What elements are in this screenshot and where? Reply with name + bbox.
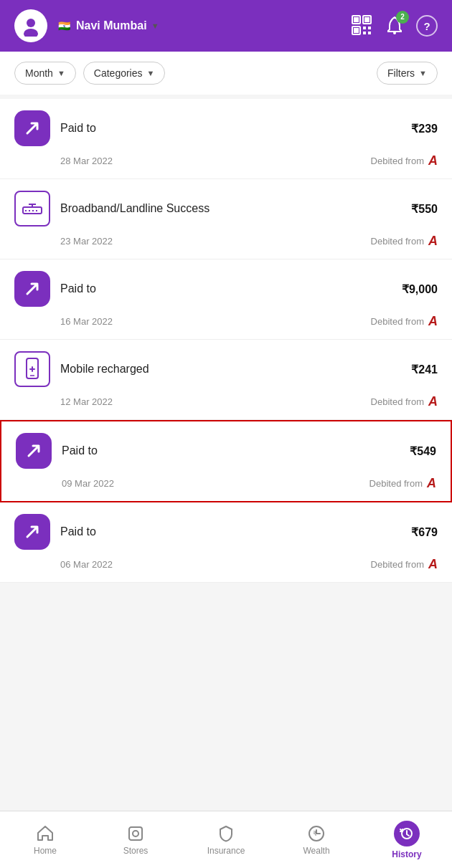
nav-item-history[interactable]: History: [362, 815, 452, 865]
svg-point-0: [27, 19, 35, 27]
chevron-down-icon: ▼: [151, 22, 159, 30]
transaction-date: 23 Mar 2022: [60, 236, 113, 247]
transaction-item[interactable]: Broadband/Landline Success ₹550 23 Mar 2…: [0, 179, 452, 259]
transaction-top: Paid to ₹549: [16, 433, 436, 469]
month-label: Month: [25, 67, 53, 79]
mobile-icon: [14, 351, 50, 387]
axis-logo: A: [428, 557, 438, 572]
transaction-date: 28 Mar 2022: [60, 156, 113, 166]
debit-info: Debited from A: [369, 476, 436, 491]
svg-rect-24: [129, 827, 142, 840]
debit-label: Debited from: [371, 316, 424, 327]
svg-rect-9: [368, 27, 371, 29]
categories-chevron-icon: ▼: [147, 69, 155, 77]
filters-chevron-icon: ▼: [419, 69, 427, 77]
nav-home-label: Home: [34, 846, 57, 856]
transaction-item-highlighted[interactable]: Paid to ₹549 09 Mar 2022 Debited from A: [0, 420, 452, 502]
transaction-bottom: 09 Mar 2022 Debited from A: [16, 476, 436, 491]
transaction-bottom: 06 Mar 2022 Debited from A: [14, 557, 438, 572]
transaction-top: Broadband/Landline Success ₹550: [14, 191, 438, 226]
nav-item-stores[interactable]: Stores: [90, 819, 181, 862]
transaction-item[interactable]: Paid to ₹679 06 Mar 2022 Debited from A: [0, 502, 452, 583]
qr-button[interactable]: [350, 14, 373, 39]
debit-label: Debited from: [371, 559, 424, 570]
month-filter[interactable]: Month ▼: [14, 62, 76, 85]
nav-item-insurance[interactable]: Insurance: [181, 819, 271, 862]
debit-info: Debited from A: [371, 153, 438, 168]
svg-rect-7: [354, 28, 359, 33]
transaction-date: 12 Mar 2022: [60, 396, 113, 407]
header-right: 2 ?: [350, 14, 438, 39]
nav-stores-label: Stores: [123, 846, 149, 856]
transaction-bottom: 16 Mar 2022 Debited from A: [14, 314, 438, 329]
axis-logo: A: [428, 153, 438, 168]
transaction-item[interactable]: Paid to ₹239 28 Mar 2022 Debited from A: [0, 99, 452, 179]
location-label: Navi Mumbai: [76, 19, 147, 32]
debit-label: Debited from: [369, 478, 423, 489]
month-chevron-icon: ▼: [57, 69, 65, 77]
transaction-bottom: 12 Mar 2022 Debited from A: [14, 394, 438, 409]
svg-rect-10: [363, 32, 366, 34]
bottom-nav: Home Stores Insurance ₹ Wealth: [0, 811, 452, 868]
transaction-date: 06 Mar 2022: [60, 559, 113, 570]
axis-logo: A: [428, 394, 438, 409]
axis-logo: A: [428, 234, 438, 249]
notification-button[interactable]: 2: [385, 15, 405, 37]
debit-label: Debited from: [371, 236, 424, 247]
nav-wealth-label: Wealth: [303, 846, 329, 856]
transaction-top: Paid to ₹679: [14, 514, 438, 550]
header-left: 🇮🇳 Navi Mumbai ▼: [14, 9, 159, 42]
transaction-title: Paid to: [60, 122, 401, 135]
nav-insurance-label: Insurance: [207, 846, 245, 856]
svg-rect-11: [368, 32, 371, 34]
filters-button[interactable]: Filters ▼: [377, 62, 438, 85]
axis-logo: A: [427, 476, 436, 491]
transaction-title: Paid to: [60, 525, 401, 538]
transaction-top: Paid to ₹9,000: [14, 271, 438, 307]
transaction-title: Paid to: [60, 282, 392, 295]
help-button[interactable]: ?: [416, 15, 438, 37]
transaction-bottom: 28 Mar 2022 Debited from A: [14, 153, 438, 168]
debit-info: Debited from A: [371, 314, 438, 329]
transaction-bottom: 23 Mar 2022 Debited from A: [14, 234, 438, 249]
transaction-list: Paid to ₹239 28 Mar 2022 Debited from A: [0, 99, 452, 583]
svg-point-1: [24, 29, 38, 37]
debit-info: Debited from A: [371, 394, 438, 409]
transaction-amount: ₹679: [411, 525, 438, 539]
svg-point-25: [133, 831, 138, 836]
svg-rect-3: [354, 17, 359, 22]
categories-filter[interactable]: Categories ▼: [83, 62, 166, 85]
transaction-title: Paid to: [62, 444, 400, 457]
transaction-top: Paid to ₹239: [14, 110, 438, 146]
help-icon: ?: [416, 15, 438, 37]
transaction-top: Mobile recharged ₹241: [14, 351, 438, 387]
upi-icon: [14, 110, 50, 146]
history-icon-circle: [394, 821, 420, 846]
notification-badge: 2: [396, 11, 409, 24]
svg-text:₹: ₹: [313, 830, 317, 837]
transaction-amount: ₹9,000: [402, 282, 438, 296]
svg-point-12: [393, 32, 396, 34]
nav-history-label: History: [392, 849, 421, 859]
filter-bar: Month ▼ Categories ▼ Filters ▼: [0, 52, 452, 95]
transaction-item[interactable]: Mobile recharged ₹241 12 Mar 2022 Debite…: [0, 340, 452, 420]
axis-logo: A: [428, 314, 438, 329]
transaction-amount: ₹241: [411, 363, 438, 376]
upi-icon: [16, 433, 52, 469]
app-header: 🇮🇳 Navi Mumbai ▼ 2: [0, 0, 452, 52]
transaction-date: 16 Mar 2022: [60, 316, 113, 327]
nav-item-home[interactable]: Home: [0, 819, 90, 862]
transaction-title: Mobile recharged: [60, 363, 401, 376]
upi-icon: [14, 514, 50, 550]
nav-item-wealth[interactable]: ₹ Wealth: [271, 819, 362, 862]
avatar[interactable]: [14, 9, 47, 42]
upi-icon: [14, 271, 50, 307]
svg-rect-5: [364, 17, 369, 22]
svg-rect-8: [363, 27, 366, 29]
transaction-title: Broadband/Landline Success: [60, 202, 401, 215]
transaction-item[interactable]: Paid to ₹9,000 16 Mar 2022 Debited from …: [0, 259, 452, 340]
transaction-amount: ₹549: [410, 444, 436, 458]
location-button[interactable]: 🇮🇳 Navi Mumbai ▼: [56, 18, 159, 34]
debit-label: Debited from: [371, 396, 424, 407]
broadband-icon: [14, 191, 50, 226]
